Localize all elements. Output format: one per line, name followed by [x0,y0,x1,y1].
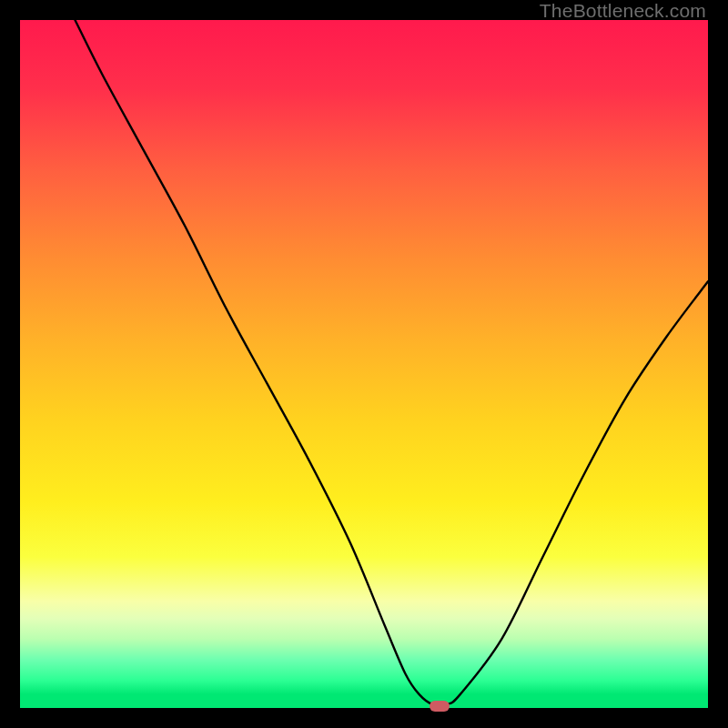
watermark-text: TheBottleneck.com [540,0,706,22]
plot-area [20,20,708,708]
minimum-marker [430,701,450,712]
chart-frame: TheBottleneck.com [0,0,728,728]
bottleneck-curve [20,20,708,708]
